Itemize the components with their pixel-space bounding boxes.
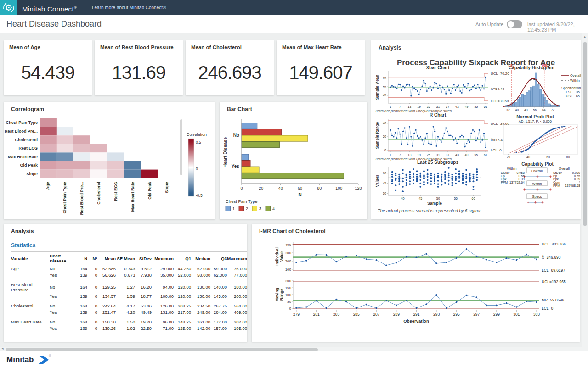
- svg-text:45: 45: [383, 182, 386, 185]
- svg-text:PPM: PPM: [553, 184, 560, 187]
- panel-title: Analysis: [379, 45, 401, 51]
- svg-text:Sample: Sample: [427, 201, 442, 206]
- statistics-table: VariableHeart DiseaseNN*MeanSE MeanStDev…: [11, 251, 247, 335]
- kpi-value: 54.439: [4, 62, 92, 83]
- svg-text:0: 0: [196, 167, 198, 171]
- process-capability-sixpack-chart: Process Capability Sixpack Report for Ag…: [371, 54, 581, 217]
- svg-text:20: 20: [259, 186, 263, 190]
- svg-text:Capability Plot: Capability Plot: [521, 162, 554, 167]
- svg-text:Heart Disease: Heart Disease: [223, 137, 228, 167]
- table-row: Yes1390139.261.9222.5971.00125.00142.001…: [11, 325, 247, 331]
- table-row: Rest Blood PressureNo1640129.251.2716.20…: [11, 281, 247, 293]
- svg-text:301: 301: [513, 312, 520, 317]
- svg-text:Overall: Overall: [559, 167, 570, 171]
- kpi-value: 149.607: [277, 62, 365, 83]
- svg-text:285: 285: [353, 312, 360, 317]
- svg-text:0.55: 0.55: [574, 174, 580, 178]
- statistics-analysis-panel: Analysis Statistics VariableHeart Diseas…: [4, 224, 247, 342]
- svg-text:Normal Prob Plot: Normal Prob Plot: [516, 114, 554, 119]
- learn-more-link[interactable]: Learn more about Minitab Connect®: [92, 5, 166, 10]
- svg-text:37: 37: [446, 105, 449, 108]
- svg-text:303: 303: [533, 312, 540, 317]
- svg-text:61: 61: [484, 153, 487, 156]
- top-navigation-bar: Minitab Connect® Learn more about Minita…: [0, 0, 588, 15]
- scroll-up-arrow[interactable]: ▲: [583, 35, 587, 39]
- svg-text:StDev: StDev: [553, 171, 562, 174]
- svg-text:Cholesterol: Cholesterol: [15, 138, 38, 142]
- svg-text:287: 287: [373, 312, 379, 317]
- horizontal-scroll-thumb[interactable]: [6, 348, 318, 351]
- svg-text:31: 31: [436, 105, 440, 108]
- svg-text:48: 48: [524, 108, 528, 112]
- svg-text:297: 297: [473, 312, 480, 317]
- svg-text:50: 50: [436, 197, 440, 200]
- svg-text:25: 25: [427, 105, 430, 108]
- svg-text:0.55: 0.55: [518, 174, 525, 178]
- svg-text:49: 49: [465, 153, 469, 156]
- svg-text:Yes: Yes: [232, 164, 240, 169]
- horizontal-scrollbar[interactable]: ◄: [0, 347, 588, 351]
- svg-text:40: 40: [515, 108, 519, 112]
- svg-text:19: 19: [417, 153, 421, 156]
- svg-text:Overall: Overall: [570, 73, 581, 78]
- panel-title: I-MR Chart of Cholesterol: [259, 228, 326, 234]
- table-row: Yes139056.6260.6737.93835.00052.00058.00…: [11, 272, 247, 278]
- svg-text:Rest ECG: Rest ECG: [113, 182, 118, 201]
- minitab-connect-logo[interactable]: [0, 0, 17, 15]
- svg-text:31: 31: [436, 153, 440, 156]
- minitab-footer-brand: Minitab: [6, 355, 34, 364]
- svg-text:=: =: [491, 83, 493, 87]
- svg-text:20: 20: [383, 135, 386, 138]
- svg-text:Chest Pain Type: Chest Pain Type: [226, 199, 258, 204]
- svg-text:*: *: [579, 181, 580, 184]
- kpi-value: 131.69: [95, 62, 183, 83]
- svg-text:Value: Value: [279, 251, 284, 262]
- scroll-left-arrow[interactable]: ◄: [1, 347, 4, 350]
- svg-text:1: 1: [390, 153, 391, 156]
- svg-text:R̄=15.41: R̄=15.41: [491, 138, 505, 142]
- svg-text:0.39: 0.39: [574, 178, 580, 181]
- svg-text:Sample Mean: Sample Mean: [375, 75, 379, 100]
- svg-text:400: 400: [285, 243, 292, 247]
- svg-text:80: 80: [566, 156, 570, 159]
- svg-text:61: 61: [484, 105, 487, 108]
- svg-text:80: 80: [317, 186, 322, 190]
- page-footer: Minitab ®: [0, 351, 588, 368]
- svg-text:Age: Age: [45, 182, 50, 190]
- kpi-card-mean-rest-bp: Mean of Rest Blood Pressure 131.69: [95, 40, 183, 95]
- svg-text:Old Peak: Old Peak: [147, 181, 152, 200]
- kpi-card-mean-cholesterol: Mean of Cholesterol 246.693: [186, 40, 274, 95]
- svg-text:295: 295: [453, 312, 460, 317]
- imr-control-chart: 100200300400UCL=403.766X̄=246.693LCL=89.…: [252, 235, 580, 347]
- auto-update-toggle[interactable]: [507, 20, 522, 28]
- svg-text:Rest Blood Pre...: Rest Blood Pre...: [5, 129, 38, 134]
- kpi-value: 246.693: [186, 62, 274, 83]
- svg-text:X̄=246.693: X̄=246.693: [542, 255, 561, 260]
- svg-text:LCL=0: LCL=0: [491, 148, 502, 152]
- svg-text:0.39: 0.39: [518, 178, 525, 181]
- svg-text:Xbar Chart: Xbar Chart: [426, 65, 450, 70]
- svg-text:Within: Within: [507, 167, 517, 171]
- kpi-label: Mean of Cholesterol: [191, 45, 242, 50]
- brand-registered-mark: ®: [74, 6, 77, 10]
- svg-text:9.039: 9.039: [572, 171, 580, 174]
- svg-text:19: 19: [417, 105, 421, 108]
- svg-text:Rest Blood Pre...: Rest Blood Pre...: [79, 182, 84, 215]
- svg-text:25: 25: [427, 153, 430, 156]
- minitab-arrow-icon: [39, 356, 49, 364]
- table-row: Max Heart RateNo1640158.381.5019.2096.00…: [11, 318, 247, 325]
- svg-text:45: 45: [418, 197, 422, 200]
- svg-text:7: 7: [399, 153, 401, 156]
- sync-gear-icon: [0, 0, 17, 15]
- svg-text:Slope: Slope: [26, 172, 38, 176]
- vertical-scrollbar[interactable]: ▲: [582, 33, 588, 347]
- svg-text:Chest Pain Type: Chest Pain Type: [6, 120, 38, 125]
- svg-text:7: 7: [399, 105, 401, 108]
- svg-text:60: 60: [298, 186, 302, 190]
- svg-text:USL: USL: [542, 64, 548, 67]
- svg-text:3: 3: [259, 206, 261, 211]
- svg-text:49: 49: [465, 105, 469, 108]
- vertical-scroll-thumb[interactable]: [583, 42, 587, 226]
- svg-text:LCL=38.68: LCL=38.68: [491, 99, 509, 103]
- correlogram-heatmap: Chest Pain TypeRest Blood Pre...Choleste…: [4, 116, 215, 219]
